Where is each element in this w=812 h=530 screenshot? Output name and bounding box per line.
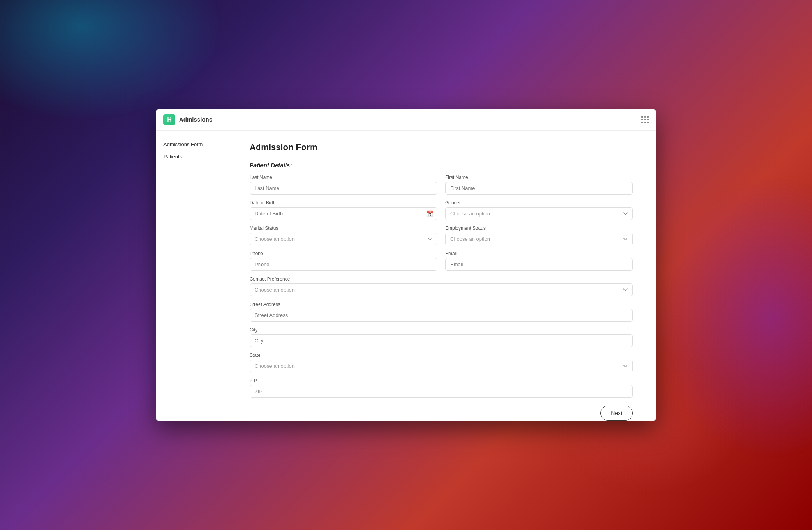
top-bar: H Admissions <box>156 109 656 131</box>
main-content: Admission Form Patient Details: Last Nam… <box>226 131 656 421</box>
street-address-label: Street Address <box>250 302 633 307</box>
layout: Admissions Form Patients Admission Form … <box>156 131 656 421</box>
contact-preference-select[interactable]: Choose an option Phone Email SMS Mail <box>250 283 633 296</box>
marital-status-select[interactable]: Choose an option Single Married Divorced… <box>250 233 437 245</box>
phone-group: Phone <box>250 251 437 271</box>
dob-input-wrapper: 📅 <box>250 207 437 220</box>
patient-details-form: Last Name First Name Date of Birth 📅 <box>250 175 633 398</box>
zip-label: ZIP <box>250 378 633 383</box>
city-group: City <box>250 327 633 347</box>
contact-preference-label: Contact Preference <box>250 276 633 282</box>
sidebar-item-admissions-form[interactable]: Admissions Form <box>156 138 226 150</box>
marital-status-label: Marital Status <box>250 226 437 231</box>
sidebar: Admissions Form Patients <box>156 131 226 421</box>
contact-preference-group: Contact Preference Choose an option Phon… <box>250 276 633 296</box>
first-name-input[interactable] <box>445 182 633 195</box>
page-title: Admission Form <box>250 142 633 152</box>
dob-input[interactable] <box>250 207 437 220</box>
last-name-group: Last Name <box>250 175 437 195</box>
app-title: Admissions <box>179 116 641 123</box>
state-group: State Choose an option Alabama Alaska Ar… <box>250 353 633 372</box>
email-input[interactable] <box>445 258 633 271</box>
state-label: State <box>250 353 633 358</box>
last-name-label: Last Name <box>250 175 437 180</box>
employment-status-select[interactable]: Choose an option Employed Unemployed Stu… <box>445 233 633 245</box>
next-button[interactable]: Next <box>600 406 633 421</box>
zip-group: ZIP <box>250 378 633 398</box>
grid-icon[interactable] <box>641 116 649 123</box>
gender-label: Gender <box>445 200 633 206</box>
zip-input[interactable] <box>250 385 633 398</box>
employment-status-label: Employment Status <box>445 226 633 231</box>
street-address-input[interactable] <box>250 309 633 322</box>
phone-input[interactable] <box>250 258 437 271</box>
first-name-label: First Name <box>445 175 633 180</box>
phone-label: Phone <box>250 251 437 256</box>
last-name-input[interactable] <box>250 182 437 195</box>
dob-label: Date of Birth <box>250 200 437 206</box>
city-label: City <box>250 327 633 333</box>
marital-status-group: Marital Status Choose an option Single M… <box>250 226 437 245</box>
email-label: Email <box>445 251 633 256</box>
gender-group: Gender Choose an option Male Female Othe… <box>445 200 633 220</box>
email-group: Email <box>445 251 633 271</box>
logo-badge: H <box>163 114 175 125</box>
sidebar-item-patients[interactable]: Patients <box>156 150 226 163</box>
state-select[interactable]: Choose an option Alabama Alaska Arizona … <box>250 360 633 372</box>
section-title: Patient Details: <box>250 162 633 168</box>
first-name-group: First Name <box>445 175 633 195</box>
dob-group: Date of Birth 📅 <box>250 200 437 220</box>
gender-select[interactable]: Choose an option Male Female Other Prefe… <box>445 207 633 220</box>
city-input[interactable] <box>250 334 633 347</box>
street-address-group: Street Address <box>250 302 633 322</box>
employment-status-group: Employment Status Choose an option Emplo… <box>445 226 633 245</box>
app-window: H Admissions Admissions Form Patients Ad… <box>156 109 656 421</box>
